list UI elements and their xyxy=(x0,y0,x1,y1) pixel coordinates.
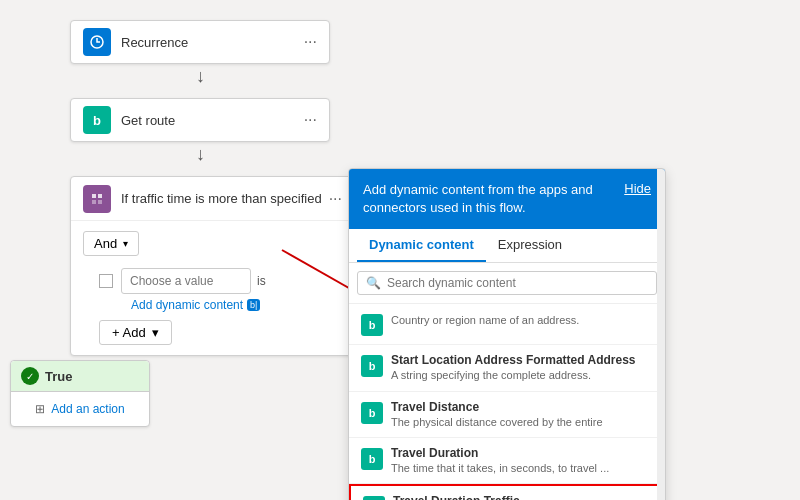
item-title-travel-duration-traffic: Travel Duration Traffic xyxy=(393,494,611,500)
add-button[interactable]: + Add ▾ xyxy=(99,320,172,345)
hide-button[interactable]: Hide xyxy=(624,181,651,196)
dynamic-panel-header-text: Add dynamic content from the apps and co… xyxy=(363,181,614,217)
recurrence-icon xyxy=(83,28,111,56)
condition-more-button[interactable]: ··· xyxy=(329,190,342,208)
true-label: True xyxy=(45,369,72,384)
svg-rect-4 xyxy=(98,200,102,204)
true-block: ✓ True ⊞ Add an action xyxy=(10,360,150,427)
tab-dynamic-content[interactable]: Dynamic content xyxy=(357,229,486,262)
arrow-2 xyxy=(196,144,205,165)
svg-rect-3 xyxy=(92,200,96,204)
condition-title: If traffic time is more than specified xyxy=(121,191,329,206)
get-route-more-button[interactable]: ··· xyxy=(304,111,317,129)
condition-header[interactable]: If traffic time is more than specified ·… xyxy=(71,177,354,221)
bing-icon-3: b xyxy=(361,448,383,470)
condition-body: And ▾ is Add dynamic content b| + Add ▾ xyxy=(71,221,354,355)
true-check-icon: ✓ xyxy=(21,367,39,385)
get-route-icon: b xyxy=(83,106,111,134)
condition-row: is xyxy=(99,268,342,294)
add-action-icon: ⊞ xyxy=(35,402,45,416)
dynamic-panel-tabs: Dynamic content Expression xyxy=(349,229,665,263)
dynamic-item-text-0: Country or region name of an address. xyxy=(391,312,579,327)
dynamic-item-text-3: Travel Duration The time that it takes, … xyxy=(391,446,609,475)
dynamic-item-1[interactable]: b Start Location Address Formatted Addre… xyxy=(349,345,665,391)
bing-icon-0: b xyxy=(361,314,383,336)
get-route-node[interactable]: b Get route ··· xyxy=(70,98,330,142)
add-dynamic-row: Add dynamic content b| xyxy=(107,298,342,312)
get-route-title: Get route xyxy=(121,113,296,128)
dynamic-item-text-2: Travel Distance The physical distance co… xyxy=(391,400,603,429)
item-title-travel-duration: Travel Duration xyxy=(391,446,609,460)
item-title-1: Start Location Address Formatted Address xyxy=(391,353,636,367)
and-chevron-icon: ▾ xyxy=(123,238,128,249)
true-header: ✓ True xyxy=(11,361,149,392)
item-desc-0: Country or region name of an address. xyxy=(391,313,579,327)
svg-rect-2 xyxy=(98,194,102,198)
item-desc-travel-duration: The time that it takes, in seconds, to t… xyxy=(391,461,609,475)
and-dropdown[interactable]: And ▾ xyxy=(83,231,139,256)
search-icon: 🔍 xyxy=(366,276,381,290)
add-chevron-icon: ▾ xyxy=(152,325,159,340)
add-action-button[interactable]: ⊞ Add an action xyxy=(11,392,149,426)
scrollbar[interactable] xyxy=(657,169,665,500)
dynamic-list: b Country or region name of an address. … xyxy=(349,304,665,500)
svg-rect-1 xyxy=(92,194,96,198)
bing-badge: b| xyxy=(247,299,260,311)
bing-icon-2: b xyxy=(361,402,383,424)
is-label: is xyxy=(257,274,266,288)
recurrence-more-button[interactable]: ··· xyxy=(304,33,317,51)
dynamic-item-travel-duration-traffic[interactable]: b Travel Duration Traffic The time that … xyxy=(349,484,665,500)
search-box: 🔍 xyxy=(357,271,657,295)
search-input[interactable] xyxy=(387,276,648,290)
condition-checkbox[interactable] xyxy=(99,274,113,288)
choose-value-input[interactable] xyxy=(121,268,251,294)
dynamic-item-0[interactable]: b Country or region name of an address. xyxy=(349,304,665,345)
dynamic-search-area: 🔍 xyxy=(349,263,665,304)
main-canvas: Recurrence ··· b Get route ··· If traffi… xyxy=(0,0,800,500)
recurrence-node[interactable]: Recurrence ··· xyxy=(70,20,330,64)
item-desc-1: A string specifying the complete address… xyxy=(391,368,636,382)
dynamic-content-panel: Add dynamic content from the apps and co… xyxy=(348,168,666,500)
dynamic-panel-header: Add dynamic content from the apps and co… xyxy=(349,169,665,229)
arrow-1 xyxy=(196,66,205,87)
tab-expression[interactable]: Expression xyxy=(486,229,574,262)
dynamic-item-text-1: Start Location Address Formatted Address… xyxy=(391,353,636,382)
dynamic-item-travel-distance[interactable]: b Travel Distance The physical distance … xyxy=(349,392,665,438)
condition-block: If traffic time is more than specified ·… xyxy=(70,176,355,356)
add-dynamic-content-link[interactable]: Add dynamic content b| xyxy=(131,298,342,312)
bing-icon-1: b xyxy=(361,355,383,377)
item-desc-travel-distance: The physical distance covered by the ent… xyxy=(391,415,603,429)
item-title-travel-distance: Travel Distance xyxy=(391,400,603,414)
bing-icon-4: b xyxy=(363,496,385,500)
dynamic-item-text-4: Travel Duration Traffic The time that it… xyxy=(393,494,611,500)
condition-icon xyxy=(83,185,111,213)
dynamic-item-travel-duration[interactable]: b Travel Duration The time that it takes… xyxy=(349,438,665,484)
recurrence-title: Recurrence xyxy=(121,35,296,50)
